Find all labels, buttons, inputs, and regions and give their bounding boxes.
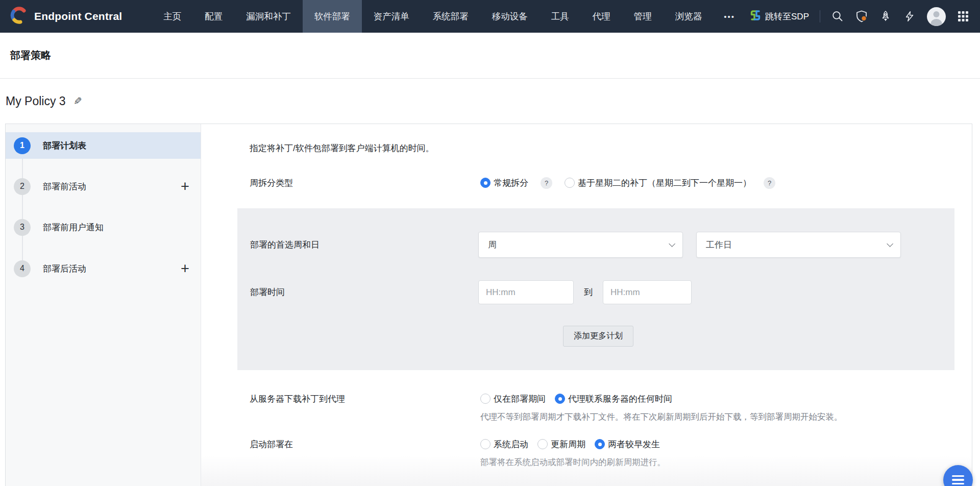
help-icon[interactable]: ? bbox=[541, 177, 552, 189]
main-nav: 主页 配置 漏洞和补丁 软件部署 资产清单 系统部署 移动设备 工具 代理 管理… bbox=[152, 0, 745, 33]
nav-item-mobile-devices[interactable]: 移动设备 bbox=[480, 0, 540, 33]
nav-item-configurations[interactable]: 配置 bbox=[193, 0, 234, 33]
time-to-input[interactable] bbox=[603, 280, 692, 304]
initiate-note-row: 部署将在系统启动或部署时间内的刷新周期进行。 bbox=[201, 457, 972, 468]
nav-item-tools[interactable]: 工具 bbox=[540, 0, 581, 33]
preferred-week-day-row: 部署的首选周和日 周 工作日 bbox=[250, 232, 954, 258]
add-step-icon[interactable]: + bbox=[181, 261, 189, 276]
deployment-time-row: 部署时间 到 bbox=[250, 280, 954, 304]
search-icon[interactable] bbox=[831, 10, 844, 23]
preferred-week-day-label: 部署的首选周和日 bbox=[250, 239, 478, 251]
day-select[interactable]: 工作日 bbox=[696, 232, 901, 258]
radio-icon[interactable] bbox=[480, 178, 491, 188]
deployment-time-label: 部署时间 bbox=[250, 286, 478, 298]
step-post-deployment-activities[interactable]: 4 部署后活动 + bbox=[6, 255, 201, 282]
initiate-options: 系统启动 更新周期 两者较早发生 bbox=[480, 439, 660, 450]
brand[interactable]: Endpoint Central bbox=[10, 7, 122, 26]
nav-item-admin[interactable]: 管理 bbox=[622, 0, 664, 33]
endpoint-central-logo-icon bbox=[10, 7, 28, 26]
quick-actions-bolt-icon[interactable] bbox=[903, 10, 916, 23]
steps-sidebar: 1 部署计划表 2 部署前活动 + 3 部署前用户通知 4 部署后活动 + bbox=[6, 124, 201, 486]
user-avatar[interactable] bbox=[927, 7, 946, 26]
navbar-divider bbox=[820, 10, 820, 22]
radio-whichever-earlier[interactable]: 两者较早发生 bbox=[595, 439, 660, 450]
form-intro-text: 指定将补丁/软件包部署到客户端计算机的时间。 bbox=[201, 142, 972, 154]
security-shield-icon[interactable] bbox=[855, 10, 868, 23]
jump-to-sdp-link[interactable]: 跳转至SDP bbox=[750, 10, 809, 23]
nav-item-software-deployment[interactable]: 软件部署 bbox=[303, 0, 362, 33]
week-split-row: 周拆分类型 常规拆分 ? 基于星期二的补丁（星期二到下一个星期一） ? bbox=[201, 177, 972, 189]
step-deployment-schedule[interactable]: 1 部署计划表 bbox=[6, 132, 201, 159]
top-navbar: Endpoint Central 主页 配置 漏洞和补丁 软件部署 资产清单 系… bbox=[0, 0, 980, 33]
nav-item-os-deployment[interactable]: 系统部署 bbox=[421, 0, 480, 33]
step-number-badge: 1 bbox=[14, 137, 31, 154]
sdp-logo-icon bbox=[750, 10, 761, 23]
download-patches-row: 从服务器下载补丁到代理 仅在部署期间 代理联系服务器的任何时间 bbox=[201, 393, 972, 405]
week-select[interactable]: 周 bbox=[478, 232, 683, 258]
page-header: 部署策略 bbox=[0, 33, 980, 79]
step-label: 部署后活动 bbox=[43, 263, 86, 275]
deployment-schedule-form: 指定将补丁/软件包部署到客户端计算机的时间。 周拆分类型 常规拆分 ? 基于星期… bbox=[201, 124, 972, 486]
radio-icon[interactable] bbox=[480, 439, 491, 449]
radio-regular-split[interactable]: 常规拆分 bbox=[480, 177, 528, 189]
chevron-down-icon bbox=[887, 240, 893, 247]
policy-name-row: My Policy 3 ✎ bbox=[0, 79, 980, 124]
step-pre-deployment-user-notification[interactable]: 3 部署前用户通知 bbox=[6, 214, 201, 240]
radio-icon[interactable] bbox=[537, 439, 548, 449]
policy-wizard-card: 1 部署计划表 2 部署前活动 + 3 部署前用户通知 4 部署后活动 + 指定… bbox=[5, 124, 972, 486]
edit-policy-name-icon[interactable]: ✎ bbox=[74, 95, 82, 107]
radio-icon[interactable] bbox=[565, 178, 575, 188]
brand-name: Endpoint Central bbox=[34, 10, 122, 22]
rocket-icon[interactable] bbox=[879, 10, 892, 23]
add-more-schedule-button[interactable]: 添加更多计划 bbox=[563, 326, 633, 347]
step-number-badge: 4 bbox=[14, 260, 31, 277]
chevron-down-icon bbox=[669, 240, 675, 247]
to-label: 到 bbox=[584, 286, 593, 298]
radio-anytime-agent-contacts[interactable]: 代理联系服务器的任何时间 bbox=[555, 393, 672, 405]
download-note-row: 代理不等到部署周期才下载补丁文件。将在下次刷新周期到后开始下载，等到部署周期开始… bbox=[201, 411, 972, 423]
step-label: 部署前活动 bbox=[43, 181, 86, 192]
radio-icon[interactable] bbox=[555, 394, 565, 404]
nav-item-agent[interactable]: 代理 bbox=[581, 0, 622, 33]
radio-only-during-deployment[interactable]: 仅在部署期间 bbox=[480, 393, 546, 405]
step-label: 部署计划表 bbox=[43, 140, 86, 152]
page-title: 部署策略 bbox=[10, 48, 51, 62]
add-step-icon[interactable]: + bbox=[181, 179, 189, 194]
week-split-options: 常规拆分 ? 基于星期二的补丁（星期二到下一个星期一） ? bbox=[480, 177, 788, 189]
step-pre-deployment-activities[interactable]: 2 部署前活动 + bbox=[6, 173, 201, 200]
radio-patch-tuesday[interactable]: 基于星期二的补丁（星期二到下一个星期一） bbox=[565, 177, 751, 189]
download-options: 仅在部署期间 代理联系服务器的任何时间 bbox=[480, 393, 672, 405]
download-note: 代理不等到部署周期才下载补丁文件。将在下次刷新周期到后开始下载，等到部署周期开始… bbox=[480, 411, 843, 423]
nav-item-home[interactable]: 主页 bbox=[152, 0, 193, 33]
schedule-panel: 部署的首选周和日 周 工作日 部署时间 到 添加更多计划 bbox=[237, 208, 954, 370]
navbar-right: 跳转至SDP bbox=[750, 7, 970, 26]
step-number-badge: 3 bbox=[14, 219, 31, 236]
step-number-badge: 2 bbox=[14, 178, 31, 195]
initiate-deployment-row: 启动部署在 系统启动 更新周期 两者较早发生 bbox=[201, 438, 972, 450]
nav-item-vulnerability-patch[interactable]: 漏洞和补丁 bbox=[234, 0, 303, 33]
policy-name: My Policy 3 bbox=[6, 94, 66, 108]
help-icon[interactable]: ? bbox=[764, 177, 775, 189]
week-split-label: 周拆分类型 bbox=[250, 177, 480, 189]
step-label: 部署前用户通知 bbox=[43, 222, 104, 233]
radio-system-startup[interactable]: 系统启动 bbox=[480, 439, 528, 450]
nav-more-menu[interactable]: ••• bbox=[714, 0, 745, 33]
radio-refresh-cycle[interactable]: 更新周期 bbox=[537, 439, 585, 450]
apps-grid-icon[interactable] bbox=[957, 10, 970, 23]
time-from-input[interactable] bbox=[478, 280, 574, 304]
download-patches-label: 从服务器下载补丁到代理 bbox=[250, 393, 480, 405]
radio-icon[interactable] bbox=[480, 394, 491, 404]
radio-icon[interactable] bbox=[595, 439, 605, 449]
nav-item-inventory[interactable]: 资产清单 bbox=[362, 0, 421, 33]
initiate-deployment-label: 启动部署在 bbox=[250, 438, 480, 450]
nav-item-browsers[interactable]: 浏览器 bbox=[664, 0, 714, 33]
initiate-note: 部署将在系统启动或部署时间内的刷新周期进行。 bbox=[480, 457, 666, 468]
add-more-row: 添加更多计划 bbox=[250, 326, 954, 347]
